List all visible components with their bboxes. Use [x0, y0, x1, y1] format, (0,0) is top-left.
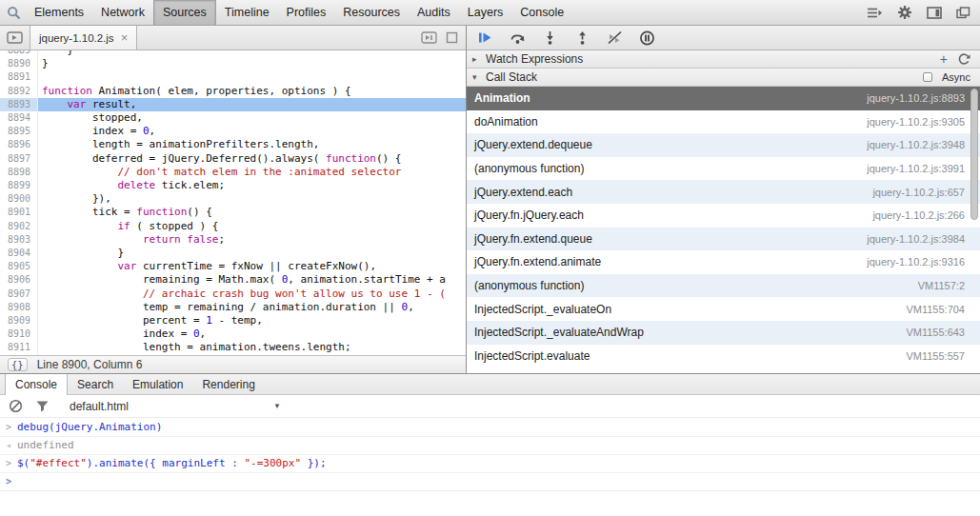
- call-stack-frame[interactable]: jQuery.extend.dequeuejquery-1.10.2.js:39…: [467, 133, 980, 157]
- call-stack-frame[interactable]: InjectedScript.evaluateVM1155:557: [467, 345, 980, 368]
- line-number[interactable]: 8909: [0, 314, 38, 327]
- collapse-triangle-icon[interactable]: ▸: [472, 54, 481, 64]
- line-number[interactable]: 8911: [0, 341, 38, 354]
- line-number[interactable]: 8895: [0, 125, 38, 138]
- play-icon[interactable]: [421, 31, 437, 44]
- async-checkbox[interactable]: [923, 72, 932, 82]
- call-stack-frame[interactable]: jQuery.fn.extend.animatejquery-1.10.2.js…: [467, 250, 980, 274]
- code-text[interactable]: length = animation.tweens.length;: [38, 341, 466, 354]
- code-text[interactable]: length = animationPrefilters.length,: [38, 138, 466, 151]
- code-text[interactable]: remaining = Math.max( 0, animation.start…: [38, 273, 466, 287]
- line-number[interactable]: 8907: [0, 288, 38, 301]
- code-text[interactable]: }: [38, 57, 466, 70]
- call-stack-frame[interactable]: Animationjquery-1.10.2.js:8893: [467, 87, 980, 110]
- line-number[interactable]: 8896: [0, 138, 38, 151]
- scrollbar-thumb[interactable]: [970, 89, 978, 220]
- expand-triangle-icon[interactable]: ▾: [472, 72, 481, 82]
- line-number[interactable]: 8894: [0, 111, 38, 125]
- line-number[interactable]: 8897: [0, 152, 38, 166]
- window-icon[interactable]: [956, 7, 970, 19]
- refresh-icon[interactable]: [957, 52, 970, 66]
- top-tab-network[interactable]: Network: [92, 0, 153, 25]
- line-number[interactable]: 8891: [0, 70, 38, 84]
- code-text[interactable]: }: [38, 247, 466, 260]
- code-editor[interactable]: 8889 }8890}88918892function Animation( e…: [0, 50, 466, 355]
- call-stack-frame[interactable]: doAnimationjquery-1.10.2.js:9305: [467, 110, 980, 134]
- pause-on-exceptions-icon[interactable]: [639, 30, 655, 46]
- step-out-icon[interactable]: [574, 30, 590, 45]
- code-text[interactable]: [38, 70, 466, 84]
- dock-side-icon[interactable]: [927, 7, 942, 19]
- code-text[interactable]: return false;: [38, 233, 466, 247]
- top-tab-audits[interactable]: Audits: [409, 0, 459, 25]
- line-number[interactable]: 8910: [0, 327, 38, 341]
- code-text[interactable]: deferred = jQuery.Deferred().always( fun…: [38, 152, 466, 166]
- step-over-icon[interactable]: [510, 30, 526, 45]
- call-stack-frame[interactable]: InjectedScript._evaluateOnVM1155:704: [467, 297, 980, 321]
- square-icon[interactable]: [446, 31, 458, 44]
- call-stack-header[interactable]: ▾ Call Stack Async: [467, 69, 980, 87]
- step-into-icon[interactable]: [542, 30, 558, 45]
- add-watch-icon[interactable]: +: [940, 52, 948, 66]
- drawer-tab-rendering[interactable]: Rendering: [192, 374, 264, 394]
- deactivate-breakpoints-icon[interactable]: [607, 30, 623, 45]
- code-text[interactable]: function Animation( elem, properties, op…: [38, 85, 466, 98]
- top-tab-console[interactable]: Console: [511, 0, 572, 25]
- settings-gear-icon[interactable]: [897, 5, 912, 20]
- line-number[interactable]: 8893: [0, 98, 38, 111]
- call-stack-frame[interactable]: jQuery.extend.eachjquery-1.10.2.js:657: [467, 180, 980, 204]
- code-text[interactable]: percent = 1 - temp,: [38, 314, 466, 327]
- line-number[interactable]: 8902: [0, 220, 38, 233]
- line-number[interactable]: 8908: [0, 301, 38, 314]
- code-text[interactable]: index = 0,: [38, 327, 466, 341]
- code-text[interactable]: tick = function() {: [38, 206, 466, 219]
- line-number[interactable]: 8903: [0, 233, 38, 247]
- code-text[interactable]: stopped,: [38, 111, 466, 125]
- code-text[interactable]: // don't match elem in the :animated sel…: [38, 166, 466, 179]
- top-tab-sources[interactable]: Sources: [153, 0, 216, 25]
- call-stack-frame[interactable]: jQuery.fn.extend.queuejquery-1.10.2.js:3…: [467, 228, 980, 251]
- scrollbar[interactable]: [970, 88, 979, 372]
- console-entry-prompt[interactable]: >: [0, 473, 980, 491]
- line-number[interactable]: 8900: [0, 192, 38, 206]
- top-tab-layers[interactable]: Layers: [459, 0, 512, 25]
- line-number[interactable]: 8889: [0, 50, 38, 57]
- execution-context-selector[interactable]: default.html ▼: [70, 400, 281, 413]
- code-text[interactable]: }: [38, 50, 466, 57]
- code-text[interactable]: temp = remaining / animation.duration ||…: [38, 301, 466, 314]
- line-number[interactable]: 8905: [0, 260, 38, 273]
- navigator-toggle-icon[interactable]: [0, 26, 30, 50]
- drawer-toggle-icon[interactable]: [867, 7, 883, 19]
- search-button[interactable]: [2, 0, 26, 25]
- code-text[interactable]: if ( stopped ) {: [38, 220, 466, 233]
- line-number[interactable]: 8892: [0, 85, 38, 98]
- top-tab-resources[interactable]: Resources: [334, 0, 409, 25]
- code-text[interactable]: delete tick.elem;: [38, 179, 466, 192]
- code-text[interactable]: var currentTime = fxNow || createFxNow()…: [38, 260, 466, 273]
- line-number[interactable]: 8899: [0, 179, 38, 192]
- line-number[interactable]: 8890: [0, 57, 38, 70]
- call-stack-frame[interactable]: (anonymous function)jquery-1.10.2.js:399…: [467, 157, 980, 181]
- drawer-tab-emulation[interactable]: Emulation: [123, 374, 192, 394]
- close-tab-icon[interactable]: ×: [121, 31, 129, 44]
- code-text[interactable]: var result,: [38, 98, 466, 111]
- call-stack-frame[interactable]: jQuery.fn.jQuery.eachjquery-1.10.2.js:26…: [467, 204, 980, 228]
- code-text[interactable]: index = 0,: [38, 125, 466, 138]
- drawer-tab-search[interactable]: Search: [68, 374, 123, 394]
- line-number[interactable]: 8901: [0, 206, 38, 219]
- clear-console-icon[interactable]: [9, 399, 23, 413]
- top-tab-timeline[interactable]: Timeline: [216, 0, 278, 25]
- top-tab-profiles[interactable]: Profiles: [278, 0, 335, 25]
- code-text[interactable]: // archaic crash bug won't allow us to u…: [38, 288, 466, 301]
- console-output[interactable]: >debug(jQuery.Animation)◂undefined>$("#e…: [0, 418, 980, 516]
- code-text[interactable]: }),: [38, 192, 466, 206]
- line-number[interactable]: 8898: [0, 166, 38, 179]
- line-number[interactable]: 8904: [0, 247, 38, 260]
- filter-funnel-icon[interactable]: [36, 401, 49, 412]
- pretty-print-button[interactable]: {}: [8, 358, 28, 371]
- call-stack-frame[interactable]: (anonymous function)VM1157:2: [467, 274, 980, 298]
- line-number[interactable]: 8906: [0, 273, 38, 287]
- top-tab-elements[interactable]: Elements: [26, 0, 92, 25]
- drawer-tab-console[interactable]: Console: [5, 374, 68, 395]
- resume-icon[interactable]: [477, 30, 493, 45]
